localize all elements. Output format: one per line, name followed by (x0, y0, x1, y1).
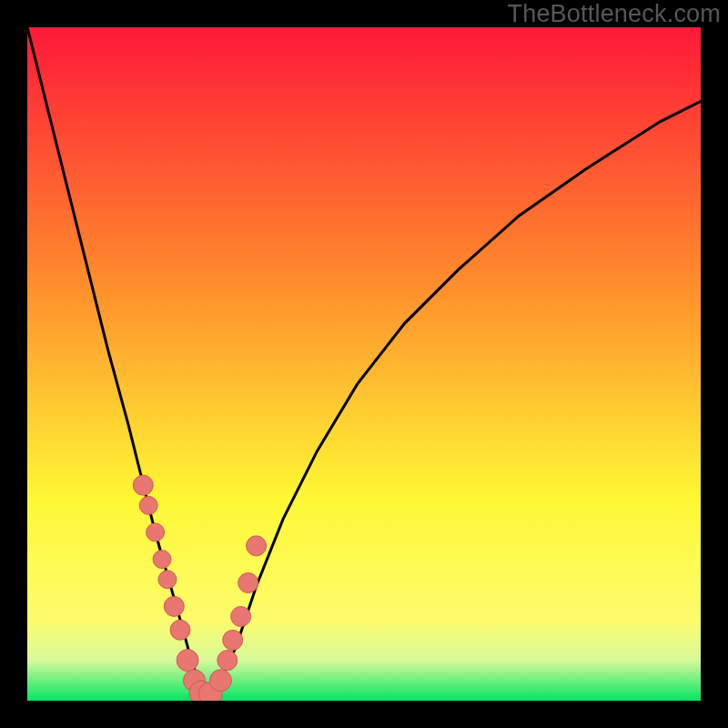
highlight-dot (231, 607, 251, 627)
highlight-dot (177, 650, 198, 672)
highlight-dot (247, 536, 267, 556)
highlight-dot (158, 571, 177, 589)
plot-area (27, 27, 701, 701)
highlight-dot (217, 651, 238, 671)
frame: TheBottleneck.com (0, 0, 728, 728)
highlight-dot (209, 670, 231, 692)
highlight-dot (139, 496, 157, 514)
gradient-bg (27, 27, 701, 701)
highlight-dot (133, 475, 153, 495)
highlight-dot (164, 596, 184, 616)
highlight-dot (170, 620, 190, 640)
watermark-text: TheBottleneck.com (507, 0, 721, 28)
highlight-dot (238, 573, 258, 593)
chart-svg (27, 27, 701, 701)
highlight-dot (147, 523, 165, 541)
highlight-dot (153, 551, 171, 569)
highlight-dot (223, 630, 243, 650)
